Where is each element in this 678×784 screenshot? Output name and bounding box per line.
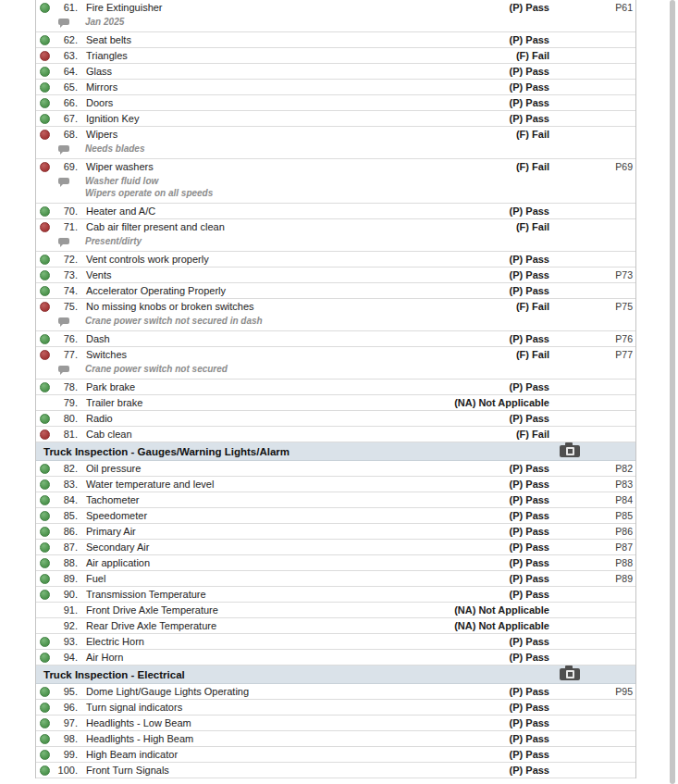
item-label: Air application [86, 557, 150, 568]
item-number: 74. [53, 285, 78, 296]
item-number: 92. [53, 620, 78, 631]
item-main-line: 61. Fire Extinguisher (P) Pass P61 [36, 0, 635, 15]
table-row: 76. Dash (P) Pass P76 [36, 331, 635, 347]
item-photo-code: P85 [549, 510, 635, 521]
pass-dot-icon [40, 542, 50, 553]
item-photo-code: P87 [549, 541, 635, 553]
item-main-line: 71. Cab air filter present and clean (F)… [36, 219, 635, 234]
item-label: Water temperature and level [86, 479, 214, 490]
item-label: Turn signal indicators [86, 702, 182, 713]
item-number: 65. [53, 81, 78, 93]
item-label: Wiper washers [86, 161, 154, 172]
item-main-line: 62. Seat belts (P) Pass [36, 32, 635, 47]
table-row: 88. Air application (P) Pass P88 [36, 555, 635, 571]
item-photo-code: P75 [549, 301, 635, 312]
table-row: 70. Heater and A/C (P) Pass [36, 204, 635, 219]
item-label: Secondary Air [86, 541, 149, 553]
item-label: Ignition Key [86, 113, 139, 124]
item-number: 85. [53, 510, 78, 521]
item-status: (P) Pass [510, 205, 549, 217]
table-row: 69. Wiper washers (F) Fail P69 Washer fl… [36, 159, 635, 204]
table-row: 80. Radio (P) Pass [36, 411, 635, 427]
item-photo-code: P83 [549, 479, 635, 490]
table-row: 91. Front Drive Axle Temperature (NA) No… [36, 603, 635, 618]
pass-dot-icon [40, 590, 50, 600]
table-row: 77. Switches (F) Fail P77 Crane power sw… [36, 347, 635, 380]
comment-text: Washer fluid low [85, 175, 213, 187]
section-title: Truck Inspection - Electrical [43, 669, 185, 680]
camera-icon[interactable] [560, 445, 580, 457]
item-status: (F) Fail [516, 161, 549, 172]
item-status: (P) Pass [510, 636, 549, 647]
comment-lines: Jan 2025 [85, 16, 124, 28]
item-label: Speedometer [86, 510, 147, 521]
item-number: 89. [53, 573, 78, 584]
item-main-line: 94. Air Horn (P) Pass [36, 650, 635, 665]
item-number: 95. [53, 686, 78, 697]
fail-dot-icon [40, 350, 50, 360]
item-label: Vents [86, 269, 112, 280]
item-status: (F) Fail [516, 50, 549, 61]
item-label: Triangles [86, 50, 128, 61]
item-number: 83. [53, 479, 78, 490]
table-row: 90. Transmission Temperature (P) Pass [36, 587, 635, 603]
comment-block: Crane power switch not secured in dash [36, 314, 635, 330]
table-row: 93. Electric Horn (P) Pass [36, 634, 635, 650]
item-main-line: 64. Glass (P) Pass [36, 64, 635, 79]
item-number: 73. [53, 269, 78, 280]
pass-dot-icon [40, 637, 50, 647]
item-label: Fire Extinguisher [86, 2, 163, 13]
item-label: Heater and A/C [86, 205, 155, 217]
item-status: (P) Pass [510, 81, 549, 93]
item-photo-code: P76 [549, 333, 635, 344]
item-status: (P) Pass [510, 686, 549, 697]
item-status: (P) Pass [510, 333, 549, 344]
item-main-line: 76. Dash (P) Pass P76 [36, 331, 635, 346]
pass-dot-icon [40, 558, 50, 568]
comment-lines: Present/dirty [85, 235, 142, 247]
item-main-line: 97. Headlights - Low Beam (P) Pass [36, 716, 635, 730]
comment-icon [58, 19, 69, 25]
item-status: (P) Pass [510, 463, 549, 474]
camera-icon[interactable] [560, 668, 580, 680]
item-number: 71. [53, 221, 78, 232]
table-row: 75. No missing knobs or broken switches … [36, 299, 635, 331]
item-status: (P) Pass [510, 34, 549, 45]
item-photo-code: P89 [549, 573, 635, 584]
item-number: 98. [53, 733, 78, 744]
table-row: 65. Mirrors (P) Pass [36, 80, 635, 95]
item-status: (F) Fail [516, 429, 549, 440]
item-label: Front Drive Axle Temperature [86, 604, 218, 616]
comment-text: Crane power switch not secured [85, 363, 228, 375]
item-label: Accelerator Operating Properly [86, 285, 226, 296]
item-status: (F) Fail [516, 349, 549, 360]
item-number: 96. [53, 702, 78, 713]
item-number: 69. [53, 161, 78, 172]
table-row: 92. Rear Drive Axle Temperature (NA) Not… [36, 618, 635, 634]
item-main-line: 63. Triangles (F) Fail [36, 48, 635, 63]
item-number: 84. [53, 494, 78, 505]
comment-icon [58, 366, 69, 372]
table-row: 94. Air Horn (P) Pass [36, 650, 635, 666]
pass-dot-icon [40, 527, 50, 537]
item-main-line: 75. No missing knobs or broken switches … [36, 299, 635, 314]
item-label: Headlights - Low Beam [86, 717, 191, 728]
table-row: 61. Fire Extinguisher (P) Pass P61 Jan 2… [36, 0, 635, 32]
item-main-line: 81. Cab clean (F) Fail [36, 427, 635, 442]
item-label: No missing knobs or broken switches [86, 301, 254, 312]
item-number: 78. [53, 381, 78, 392]
comment-lines: Crane power switch not secured in dash [85, 315, 263, 327]
table-row: 73. Vents (P) Pass P73 [36, 268, 635, 283]
pass-dot-icon [40, 3, 50, 13]
item-photo-code: P73 [549, 269, 635, 280]
item-status: (P) Pass [510, 285, 549, 296]
table-row: 68. Wipers (F) Fail Needs blades [36, 127, 635, 159]
item-label: Doors [86, 97, 113, 108]
item-main-line: 84. Tachometer (P) Pass P84 [36, 492, 635, 507]
pass-dot-icon [40, 479, 50, 490]
vertical-scrollbar[interactable] [670, 0, 675, 784]
item-main-line: 90. Transmission Temperature (P) Pass [36, 587, 635, 602]
item-label: Tachometer [86, 494, 139, 505]
item-number: 75. [53, 301, 78, 312]
table-row: 98. Headlights - High Beam (P) Pass [36, 731, 635, 747]
